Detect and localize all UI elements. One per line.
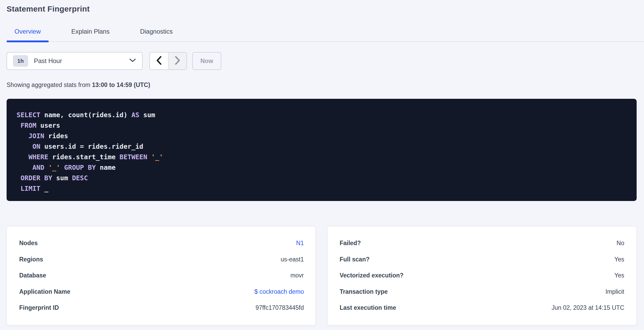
row-transaction-type-value: Implicit bbox=[605, 288, 624, 295]
tab-overview-label: Overview bbox=[14, 28, 41, 35]
tab-bar: Overview Explain Plans Diagnostics bbox=[7, 28, 644, 42]
row-nodes: Nodes N1 bbox=[19, 235, 304, 251]
page-title: Statement Fingerprint bbox=[7, 4, 644, 14]
row-transaction-type: Transaction type Implicit bbox=[340, 284, 624, 300]
execution-attributes-card: Failed? No Full scan? Yes Vectorized exe… bbox=[327, 226, 637, 325]
row-last-execution-time-value: Jun 02, 2023 at 14:15 UTC bbox=[552, 304, 624, 311]
tab-diagnostics[interactable]: Diagnostics bbox=[132, 28, 180, 41]
time-range-badge: 1h bbox=[13, 55, 28, 67]
time-range-label: Past Hour bbox=[34, 57, 129, 65]
row-regions-label: Regions bbox=[19, 256, 43, 263]
row-last-execution-time: Last execution time Jun 02, 2023 at 14:1… bbox=[340, 300, 624, 316]
stats-caption-range: 13:00 to 14:59 (UTC) bbox=[92, 81, 150, 88]
prev-time-button[interactable] bbox=[150, 53, 168, 69]
row-failed: Failed? No bbox=[340, 235, 624, 251]
statement-attributes-card: Nodes N1 Regions us-east1 Database movr … bbox=[7, 226, 316, 325]
chevron-down-icon bbox=[129, 59, 136, 63]
row-transaction-type-label: Transaction type bbox=[340, 288, 388, 295]
row-fingerprint-id-label: Fingerprint ID bbox=[19, 304, 59, 311]
statement-fingerprint-page: Statement Fingerprint Overview Explain P… bbox=[0, 4, 644, 330]
time-toolbar: 1h Past Hour bbox=[7, 52, 644, 70]
row-vectorized-execution-value: Yes bbox=[614, 272, 624, 279]
sql-statement-box: SELECT name, count(rides.id) AS sum FROM… bbox=[7, 99, 637, 201]
next-time-button[interactable] bbox=[168, 53, 187, 69]
detail-cards: Nodes N1 Regions us-east1 Database movr … bbox=[7, 226, 644, 325]
row-full-scan: Full scan? Yes bbox=[340, 251, 624, 267]
row-vectorized-execution: Vectorized execution? Yes bbox=[340, 267, 624, 283]
nodes-link[interactable]: N1 bbox=[296, 240, 304, 247]
row-database-value: movr bbox=[290, 272, 304, 279]
time-range-dropdown[interactable]: 1h Past Hour bbox=[7, 52, 143, 70]
row-database-label: Database bbox=[19, 272, 46, 279]
row-last-execution-time-label: Last execution time bbox=[340, 304, 396, 311]
chevron-right-icon bbox=[175, 56, 180, 66]
now-button[interactable]: Now bbox=[192, 52, 221, 70]
application-name-link[interactable]: $ cockroach demo bbox=[254, 288, 304, 295]
row-regions: Regions us-east1 bbox=[19, 251, 304, 267]
row-failed-label: Failed? bbox=[340, 240, 361, 247]
tab-explain-plans[interactable]: Explain Plans bbox=[63, 28, 117, 41]
row-regions-value: us-east1 bbox=[281, 256, 304, 263]
row-nodes-label: Nodes bbox=[19, 240, 38, 247]
row-fingerprint-id-value: 97ffc170783445fd bbox=[255, 304, 304, 311]
row-fingerprint-id: Fingerprint ID 97ffc170783445fd bbox=[19, 300, 304, 316]
row-vectorized-execution-label: Vectorized execution? bbox=[340, 272, 404, 279]
aggregated-stats-caption: Showing aggregated stats from 13:00 to 1… bbox=[7, 81, 644, 89]
stats-caption-prefix: Showing aggregated stats from bbox=[7, 81, 92, 88]
chevron-left-icon bbox=[156, 56, 162, 66]
tab-explain-plans-label: Explain Plans bbox=[71, 28, 109, 35]
row-application-name-label: Application Name bbox=[19, 288, 70, 295]
row-database: Database movr bbox=[19, 267, 304, 283]
row-full-scan-label: Full scan? bbox=[340, 256, 370, 263]
tab-diagnostics-label: Diagnostics bbox=[140, 28, 173, 35]
sql-statement-code: SELECT name, count(rides.id) AS sum FROM… bbox=[17, 110, 626, 194]
row-full-scan-value: Yes bbox=[614, 256, 624, 263]
row-application-name: Application Name $ cockroach demo bbox=[19, 284, 304, 300]
row-failed-value: No bbox=[617, 240, 624, 247]
time-step-button-group bbox=[149, 52, 187, 70]
tab-overview[interactable]: Overview bbox=[7, 28, 49, 41]
